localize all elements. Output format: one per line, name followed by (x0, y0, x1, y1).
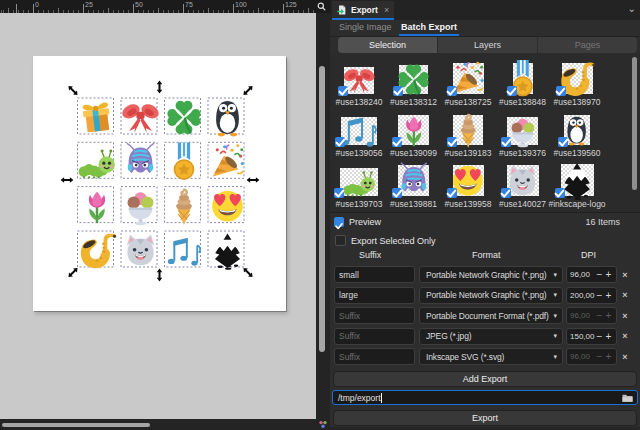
item-checkbox[interactable] (507, 86, 517, 96)
dpi-spinner[interactable]: 200,00 − + (566, 287, 617, 304)
item-checkbox[interactable] (392, 137, 402, 147)
batch-item[interactable]: #use139703 (331, 164, 387, 209)
ruler-ticks-major (0, 4, 317, 13)
remove-row-button[interactable]: × (617, 287, 633, 304)
batch-item[interactable]: #use138312 (386, 62, 442, 107)
format-value: Portable Document Format (*.pdf) (420, 311, 551, 321)
batch-item[interactable]: #use138970 (549, 62, 605, 107)
item-checkbox[interactable] (447, 86, 457, 96)
dpi-decrease-button[interactable]: − (595, 288, 604, 303)
dialog-close-icon[interactable]: × (384, 5, 389, 15)
item-checkbox[interactable] (501, 188, 511, 198)
folder-icon[interactable] (622, 393, 633, 403)
item-checkbox[interactable] (558, 137, 568, 147)
item-id-label: #use139958 (445, 199, 492, 209)
horizontal-ruler[interactable]: 0 25 50 75 100 125 (0, 0, 330, 13)
batch-item[interactable]: #use138725 (440, 62, 496, 107)
suffix-input[interactable] (334, 328, 415, 345)
emoji-grid[interactable] (79, 101, 244, 270)
batch-item[interactable]: #use139560 (549, 113, 605, 158)
item-checkbox[interactable] (338, 86, 348, 96)
document-page[interactable] (33, 56, 286, 311)
segment-selection[interactable]: Selection (338, 37, 437, 53)
horizontal-scrollbar[interactable] (0, 419, 330, 430)
batch-item[interactable]: #use138848 (495, 62, 551, 107)
dpi-increase-button[interactable]: + (604, 267, 613, 282)
canvas-viewport[interactable] (0, 13, 316, 419)
suffix-input[interactable] (334, 307, 415, 324)
dropdown-arrow-icon: ▾ (551, 271, 562, 279)
batch-item[interactable]: #use139376 (495, 113, 551, 158)
dpi-increase-button[interactable]: + (604, 288, 613, 303)
dpi-spinner: 96,00 − + (566, 307, 617, 324)
ruler-label: 100 (235, 0, 247, 9)
batch-item[interactable]: #use139881 (386, 164, 442, 209)
export-path-input[interactable]: /tmp/export (332, 390, 638, 405)
vertical-scrollbar-thumb[interactable] (319, 66, 325, 352)
artwork (33, 56, 286, 311)
format-dropdown[interactable]: Portable Document Format (*.pdf) ▾ (419, 307, 563, 324)
segment-pages[interactable]: Pages (538, 37, 637, 53)
batch-item[interactable]: #use139183 (440, 113, 496, 158)
dpi-value: 96,00 (567, 352, 595, 361)
item-id-label: #use138970 (554, 97, 601, 107)
format-value: Portable Network Graphic (*.png) (420, 270, 551, 280)
item-id-label: #use139183 (445, 148, 492, 158)
remove-row-button[interactable]: × (617, 328, 633, 345)
item-id-label: #inkscape-logo (548, 199, 605, 209)
item-id-label: #use139376 (499, 148, 546, 158)
dropdown-arrow-icon: ▾ (551, 291, 562, 299)
item-checkbox[interactable] (393, 86, 403, 96)
suffix-input[interactable] (334, 348, 415, 365)
format-dropdown[interactable]: JPEG (*.jpg) ▾ (419, 328, 563, 345)
item-checkbox[interactable] (555, 188, 565, 198)
batch-item[interactable]: #inkscape-logo (549, 164, 605, 209)
preview-checkbox[interactable] (334, 217, 344, 227)
suffix-input[interactable] (334, 287, 415, 304)
format-value: Portable Network Graphic (*.png) (420, 290, 551, 300)
batch-item[interactable]: #use138240 (331, 62, 387, 107)
segment-layers[interactable]: Layers (438, 37, 537, 53)
format-dropdown[interactable]: Portable Network Graphic (*.png) ▾ (419, 266, 563, 283)
item-checkbox[interactable] (335, 137, 345, 147)
dpi-decrease-button[interactable]: − (595, 329, 604, 344)
item-checkbox[interactable] (447, 137, 457, 147)
format-dropdown[interactable]: Inkscape SVG (*.svg) ▾ (419, 348, 563, 365)
ruler-label: 125 (285, 0, 297, 9)
batch-item[interactable]: #use140027 (495, 164, 551, 209)
remove-row-button[interactable]: × (617, 266, 633, 283)
panel-menu-chevron-icon[interactable]: ⌄ (628, 3, 636, 14)
item-id-label: #use139881 (390, 199, 437, 209)
batch-item[interactable]: #use139958 (440, 164, 496, 209)
dpi-decrease-button[interactable]: − (595, 267, 604, 282)
item-checkbox[interactable] (392, 188, 402, 198)
item-checkbox[interactable] (334, 188, 344, 198)
dpi-spinner[interactable]: 150,00 − + (566, 328, 617, 345)
export-dialog-tab[interactable]: Export × (332, 1, 394, 20)
item-checkbox[interactable] (556, 86, 566, 96)
canvas-area: 0 25 50 75 100 125 (0, 0, 330, 430)
dpi-spinner[interactable]: 96,00 − + (566, 266, 617, 283)
items-scrollbar-thumb[interactable] (632, 57, 637, 190)
export-selected-only-checkbox[interactable] (335, 235, 346, 246)
format-dropdown[interactable]: Portable Network Graphic (*.png) ▾ (419, 287, 563, 304)
batch-item[interactable]: #use139056 (331, 113, 387, 158)
export-dialog-panel: Export × ⌄ Single Image Batch Export Sel… (330, 0, 640, 430)
add-export-button[interactable]: Add Export (333, 371, 637, 387)
dpi-increase-button[interactable]: + (604, 329, 613, 344)
suffix-input[interactable] (334, 266, 415, 283)
batch-item[interactable]: #use139099 (386, 113, 442, 158)
tab-batch-export[interactable]: Batch Export (399, 20, 459, 36)
remove-row-button[interactable]: × (617, 348, 633, 365)
item-checkbox[interactable] (447, 188, 457, 198)
export-row-1: Portable Network Graphic (*.png) ▾ 96,00… (330, 266, 640, 283)
export-button[interactable]: Export (333, 410, 637, 426)
quick-zoom-icon[interactable] (317, 2, 326, 11)
remove-row-button[interactable]: × (617, 307, 633, 324)
vertical-scrollbar[interactable] (316, 13, 330, 419)
color-management-icon[interactable] (318, 420, 328, 429)
tab-single-image[interactable]: Single Image (339, 20, 392, 34)
item-checkbox[interactable] (501, 137, 511, 147)
horizontal-scrollbar-thumb[interactable] (2, 423, 150, 427)
export-doc-icon (337, 4, 347, 16)
